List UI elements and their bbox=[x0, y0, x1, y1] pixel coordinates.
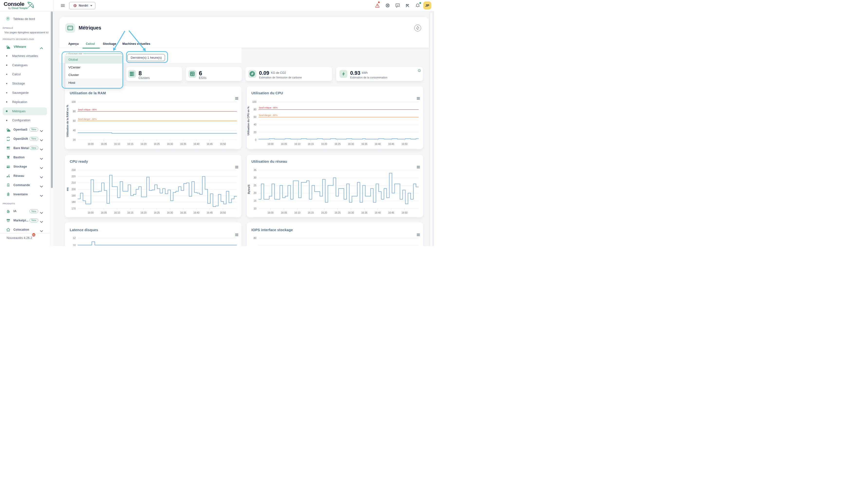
svg-text:16:45: 16:45 bbox=[207, 212, 213, 214]
svg-text:16:45: 16:45 bbox=[207, 143, 213, 145]
svg-text:80: 80 bbox=[254, 237, 257, 240]
svg-text:16:50: 16:50 bbox=[220, 212, 226, 214]
svg-text:Bytes/S: Bytes/S bbox=[247, 184, 250, 194]
svg-text:16:45: 16:45 bbox=[388, 212, 394, 214]
svg-text:16:35: 16:35 bbox=[361, 212, 367, 214]
svg-text:10: 10 bbox=[73, 244, 76, 246]
svg-text:80: 80 bbox=[73, 110, 76, 113]
svg-text:16:05: 16:05 bbox=[281, 143, 287, 145]
svg-text:16:40: 16:40 bbox=[375, 143, 381, 145]
svg-text:25: 25 bbox=[254, 184, 257, 187]
svg-text:60: 60 bbox=[73, 120, 76, 122]
svg-text:Seuil critique - 80%: Seuil critique - 80% bbox=[259, 106, 278, 109]
svg-text:16:10: 16:10 bbox=[294, 143, 300, 145]
svg-text:16:30: 16:30 bbox=[167, 212, 173, 214]
svg-text:16:20: 16:20 bbox=[140, 143, 147, 145]
svg-text:16:15: 16:15 bbox=[308, 212, 314, 214]
svg-text:16:50: 16:50 bbox=[220, 143, 226, 145]
svg-text:16:20: 16:20 bbox=[321, 143, 327, 145]
svg-text:16:00: 16:00 bbox=[88, 212, 94, 214]
svg-text:16:05: 16:05 bbox=[101, 212, 107, 214]
svg-text:40: 40 bbox=[73, 129, 76, 132]
svg-text:12: 12 bbox=[73, 237, 76, 240]
svg-text:16:20: 16:20 bbox=[140, 212, 147, 214]
svg-text:16:10: 16:10 bbox=[114, 143, 120, 145]
svg-text:16:15: 16:15 bbox=[308, 143, 314, 145]
svg-text:20: 20 bbox=[73, 139, 76, 141]
svg-text:16:15: 16:15 bbox=[127, 212, 133, 214]
svg-text:Seuil danger - 60%: Seuil danger - 60% bbox=[259, 114, 278, 117]
svg-text:30: 30 bbox=[254, 176, 257, 179]
svg-text:15: 15 bbox=[254, 199, 257, 202]
svg-text:Seuil danger - 60%: Seuil danger - 60% bbox=[78, 118, 97, 120]
svg-text:200: 200 bbox=[72, 188, 76, 191]
svg-text:ms: ms bbox=[66, 187, 69, 191]
svg-text:220: 220 bbox=[72, 175, 76, 178]
svg-text:16:50: 16:50 bbox=[401, 143, 407, 145]
svg-text:16:30: 16:30 bbox=[348, 212, 354, 214]
svg-text:Utilisation de la RAM en %: Utilisation de la RAM en % bbox=[66, 105, 69, 137]
svg-text:10: 10 bbox=[254, 207, 257, 210]
svg-text:0: 0 bbox=[255, 139, 256, 141]
svg-text:16:35: 16:35 bbox=[180, 212, 186, 214]
svg-text:16:30: 16:30 bbox=[348, 143, 354, 145]
svg-text:16:25: 16:25 bbox=[335, 212, 341, 214]
svg-text:40: 40 bbox=[254, 123, 257, 126]
svg-text:16:05: 16:05 bbox=[101, 143, 107, 145]
svg-text:80: 80 bbox=[254, 108, 257, 111]
svg-text:100: 100 bbox=[72, 101, 76, 103]
svg-text:16:35: 16:35 bbox=[361, 143, 367, 145]
svg-text:16:25: 16:25 bbox=[335, 143, 341, 145]
svg-text:Seuil critique - 80%: Seuil critique - 80% bbox=[78, 108, 97, 111]
svg-text:16:45: 16:45 bbox=[388, 143, 394, 145]
svg-text:16:00: 16:00 bbox=[88, 143, 94, 145]
svg-text:190: 190 bbox=[72, 194, 76, 197]
svg-text:16:35: 16:35 bbox=[180, 143, 186, 145]
svg-text:100: 100 bbox=[252, 101, 256, 103]
svg-text:16:30: 16:30 bbox=[167, 143, 173, 145]
svg-text:35: 35 bbox=[254, 169, 257, 171]
svg-text:60: 60 bbox=[254, 116, 257, 118]
svg-text:20: 20 bbox=[254, 192, 257, 194]
svg-text:16:25: 16:25 bbox=[154, 212, 160, 214]
svg-text:210: 210 bbox=[72, 181, 76, 184]
svg-text:Utilisation du CPU en %: Utilisation du CPU en % bbox=[247, 106, 250, 136]
svg-text:16:50: 16:50 bbox=[401, 212, 407, 214]
svg-text:16:40: 16:40 bbox=[375, 212, 381, 214]
svg-text:16:25: 16:25 bbox=[154, 143, 160, 145]
svg-text:16:05: 16:05 bbox=[281, 212, 287, 214]
svg-text:16:40: 16:40 bbox=[193, 212, 199, 214]
svg-text:16:15: 16:15 bbox=[127, 143, 133, 145]
svg-text:20: 20 bbox=[254, 131, 257, 134]
svg-text:180: 180 bbox=[72, 201, 76, 203]
svg-text:230: 230 bbox=[72, 169, 76, 171]
svg-text:16:00: 16:00 bbox=[267, 143, 273, 145]
svg-text:16:10: 16:10 bbox=[114, 212, 120, 214]
svg-text:16:20: 16:20 bbox=[321, 212, 327, 214]
svg-text:170: 170 bbox=[72, 207, 76, 210]
svg-text:16:40: 16:40 bbox=[193, 143, 199, 145]
svg-text:16:10: 16:10 bbox=[294, 212, 300, 214]
svg-text:16:00: 16:00 bbox=[267, 212, 273, 214]
